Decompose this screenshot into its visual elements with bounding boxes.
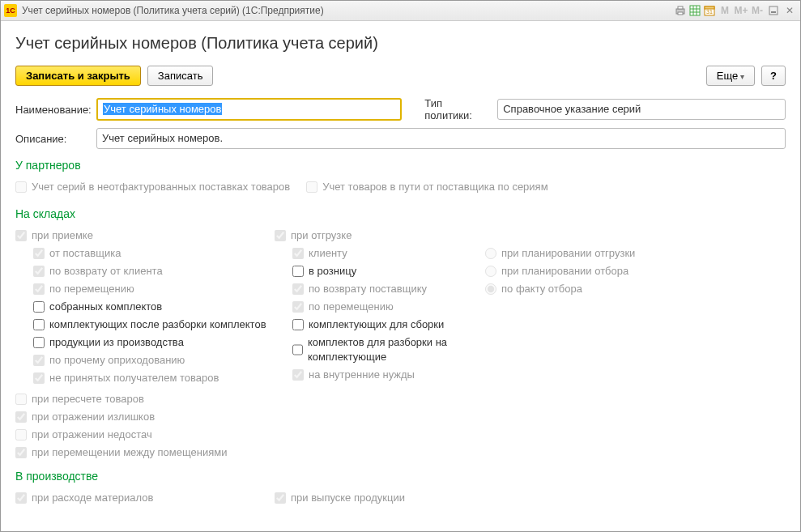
svg-text:31: 31 [706,9,713,15]
svg-rect-11 [769,6,778,15]
radio-on-picking-fact: по факту отбора [485,282,712,296]
desc-label: Описание: [15,133,90,145]
name-input[interactable]: Учет серийных номеров [96,98,402,121]
chk-to-client[interactable]: клиенту [292,246,485,261]
svg-rect-1 [678,6,683,9]
chk-return-to-supplier[interactable]: по возврату поставщику [292,282,485,296]
policy-label: Тип политики: [424,97,491,121]
name-row: Наименование: Учет серийных номеров Тип … [15,97,786,121]
chk-product-output[interactable]: при выпуске продукции [275,491,405,505]
warehouse-extra: при пересчете товаров при отражении изли… [15,392,786,460]
chk-assembled-kits[interactable]: собранных комплектов [33,300,275,314]
print-icon[interactable] [674,4,687,17]
section-production-title: В производстве [15,470,786,483]
section-partners-title: У партнеров [15,159,786,172]
radio-plan-picking: при планировании отбора [485,264,712,279]
chk-goods-in-transit: Учет товаров в пути от поставщика по сер… [306,180,547,194]
memory-mminus-button[interactable]: M- [750,4,765,17]
svg-rect-3 [690,6,700,15]
chk-by-transfer-in[interactable]: по перемещению [33,282,275,296]
titlebar: 1C Учет серийных номеров (Политика учета… [1,1,800,21]
chk-between-rooms[interactable]: при перемещении между помещениями [15,445,786,460]
section-warehouses-title: На складах [15,207,786,220]
chk-surplus-reflection[interactable]: при отражении излишков [15,410,786,424]
app-logo-icon: 1C [4,4,17,17]
chk-products-from-production[interactable]: продукции из производства [33,335,275,350]
memory-mplus-button[interactable]: M+ [734,4,748,17]
chk-material-consumption[interactable]: при расходе материалов [15,491,275,505]
chk-not-accepted-goods[interactable]: не принятых получателем товаров [33,371,275,385]
app-window: 1C Учет серийных номеров (Политика учета… [0,0,801,532]
content-area: Учет серийных номеров (Политика учета се… [1,21,800,531]
desc-row: Описание: Учет серийных номеров. [15,128,786,149]
desc-input[interactable]: Учет серийных номеров. [96,128,786,149]
close-button[interactable]: ✕ [782,4,797,17]
toolbar: Записать и закрыть Записать Еще ? [15,66,786,86]
chk-on-recount: при пересчете товаров [15,392,786,406]
save-and-close-button[interactable]: Записать и закрыть [15,66,141,86]
chk-other-receipt[interactable]: по прочему оприходованию [33,353,275,368]
warehouse-columns: при приемке от поставщика по возврату от… [15,225,786,389]
chk-on-shipment[interactable]: при отгрузке [275,228,485,243]
chk-return-from-client[interactable]: по возврату от клиента [33,264,275,279]
radio-plan-shipment: при планировании отгрузки [485,246,712,261]
minimize-button[interactable] [766,4,781,17]
svg-rect-2 [678,12,683,15]
chk-internal-needs[interactable]: на внутренние нужды [292,368,485,382]
window-title: Учет серийных номеров (Политика учета се… [22,5,674,16]
chk-components-for-assembly[interactable]: комплектующих для сборки [292,317,485,332]
save-button[interactable]: Записать [147,66,214,86]
chk-shortage-reflection: при отражении недостач [15,428,786,442]
col-radio: при планировании отгрузки при планирован… [485,225,712,389]
help-button[interactable]: ? [761,66,786,86]
col-receipt: при приемке от поставщика по возврату от… [15,225,275,389]
window-buttons: 31 M M+ M- ✕ [674,4,797,17]
policy-type-input[interactable]: Справочное указание серий [497,99,786,120]
chk-on-receipt[interactable]: при приемке [15,228,275,243]
grid-icon[interactable] [688,4,701,17]
chk-to-retail[interactable]: в розницу [292,264,485,279]
memory-m-button[interactable]: M [718,4,732,17]
col-shipment: при отгрузке клиенту в розницу по возвра… [275,225,485,389]
chk-by-transfer-out[interactable]: по перемещению [292,300,485,314]
name-label: Наименование: [15,104,90,116]
chk-kits-for-disassembly[interactable]: комплектов для разборки на комплектующие [292,335,485,364]
chk-from-supplier[interactable]: от поставщика [33,246,275,261]
chk-series-unbilled: Учет серий в неотфактурованных поставках… [15,180,290,194]
chk-goods-in-transit-box [306,181,317,193]
more-button[interactable]: Еще [706,66,755,86]
chk-series-unbilled-box [15,181,27,193]
page-title: Учет серийных номеров (Политика учета се… [15,34,786,53]
calendar-icon[interactable]: 31 [703,4,716,17]
chk-components-after-disassembly[interactable]: комплектующих после разборки комплектов [33,317,275,332]
